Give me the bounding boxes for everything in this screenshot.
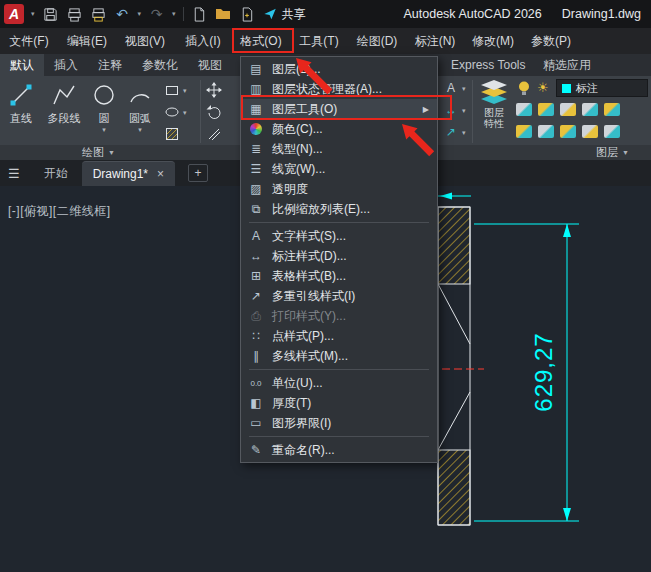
- menu-format[interactable]: 格式(O): [232, 28, 290, 54]
- table-style-icon: ⊞: [247, 269, 265, 283]
- text-caret-icon[interactable]: ▾: [462, 84, 466, 93]
- layer-color-swatch: [562, 84, 571, 93]
- layer-tool-icon[interactable]: [582, 103, 598, 116]
- layer-tool-icon[interactable]: [560, 125, 576, 138]
- menu-item-scale-list[interactable]: ⧉比例缩放列表(E)...: [241, 199, 437, 219]
- undo-button[interactable]: ↶: [114, 6, 131, 23]
- menu-item-color[interactable]: 颜色(C)...: [241, 119, 437, 139]
- layer-tool-icon[interactable]: [582, 125, 598, 138]
- circle-dropdown-caret-icon[interactable]: ▾: [88, 125, 120, 134]
- menu-item-linetype[interactable]: ≣线型(N)...: [241, 139, 437, 159]
- leader-caret-icon[interactable]: ▾: [462, 128, 466, 137]
- tab-insert[interactable]: 插入: [44, 54, 88, 76]
- menu-tools[interactable]: 工具(T): [290, 28, 348, 54]
- menu-draw[interactable]: 绘图(D): [348, 28, 406, 54]
- app-menu-caret-icon[interactable]: ▾: [31, 10, 35, 18]
- save-button[interactable]: [42, 6, 59, 23]
- tab-parametric[interactable]: 参数化: [132, 54, 188, 76]
- menu-item-table-style[interactable]: ⊞表格样式(B)...: [241, 266, 437, 286]
- menu-item-rename[interactable]: ✎重命名(R)...: [241, 440, 437, 460]
- layer-tool-icon[interactable]: [538, 103, 554, 116]
- menu-item-label: 图形界限(I): [272, 415, 331, 432]
- text-style-icon: A: [247, 229, 265, 243]
- layer-tool-icon[interactable]: [516, 125, 532, 138]
- dim-caret-icon[interactable]: ▾: [462, 106, 466, 115]
- layer-tool-icon[interactable]: [516, 103, 532, 116]
- menu-item-dim-style[interactable]: ↔标注样式(D)...: [241, 246, 437, 266]
- menu-item-text-style[interactable]: A文字样式(S)...: [241, 226, 437, 246]
- hamburger-menu-icon[interactable]: ☰: [8, 166, 20, 181]
- diagonal-stiffener-top: [438, 284, 470, 344]
- circle-button[interactable]: 圆 ▾: [88, 78, 120, 134]
- rectangle-caret-icon[interactable]: ▾: [183, 86, 187, 95]
- arc-dropdown-caret-icon[interactable]: ▾: [122, 125, 158, 134]
- layer-panel-label[interactable]: 图层 ▼: [596, 145, 629, 160]
- hatch-band-bottom: [438, 450, 470, 525]
- menu-item-thickness[interactable]: ◧厚度(T): [241, 393, 437, 413]
- menu-item-drawing-limits[interactable]: ▭图形界限(I): [241, 413, 437, 433]
- layer-tool-icon[interactable]: [560, 103, 576, 116]
- line-button[interactable]: 直线: [2, 78, 40, 125]
- annotation-text-button[interactable]: A ▾: [443, 81, 466, 95]
- redo-caret-icon[interactable]: ▾: [172, 10, 176, 18]
- menu-item-transparency[interactable]: ▨透明度: [241, 179, 437, 199]
- batch-plot-button[interactable]: [90, 6, 107, 23]
- tab-annotate[interactable]: 注释: [88, 54, 132, 76]
- menu-parametric[interactable]: 参数(P): [522, 28, 580, 54]
- polyline-button[interactable]: 多段线: [42, 78, 86, 125]
- layer-on-off-button[interactable]: [517, 80, 531, 96]
- ellipse-caret-icon[interactable]: ▾: [183, 108, 187, 117]
- new-file-button[interactable]: [191, 6, 208, 23]
- offset-tool-button[interactable]: [206, 126, 222, 142]
- rectangle-tool-button[interactable]: ▾: [164, 82, 187, 98]
- menu-item-point-style[interactable]: ∷点样式(P)...: [241, 326, 437, 346]
- menu-item-layers[interactable]: ▤图层(L)...: [241, 59, 437, 79]
- autocad-logo-icon[interactable]: A: [4, 4, 24, 24]
- layer-properties-label-2: 特性: [477, 118, 511, 129]
- new-drawing-tab-button[interactable]: +: [188, 164, 208, 182]
- menu-item-label: 图层状态管理器(A)...: [272, 81, 382, 98]
- share-button[interactable]: 共享: [263, 6, 306, 23]
- layer-tool-icon[interactable]: [604, 125, 620, 138]
- ellipse-tool-button[interactable]: ▾: [164, 104, 187, 120]
- tab-express-tools[interactable]: Express Tools: [441, 54, 535, 76]
- open-file-button[interactable]: [215, 6, 232, 23]
- tab-view[interactable]: 视图: [188, 54, 232, 76]
- menu-item-label: 线宽(W)...: [272, 161, 325, 178]
- drawing1-tab[interactable]: Drawing1* ×: [82, 161, 175, 186]
- plot-button[interactable]: [66, 6, 83, 23]
- menu-item-units[interactable]: 0.0单位(U)...: [241, 373, 437, 393]
- menu-view[interactable]: 视图(V): [116, 28, 174, 54]
- menu-edit[interactable]: 编辑(E): [58, 28, 116, 54]
- annotation-dim-button[interactable]: ↔ ▾: [443, 103, 466, 117]
- layer-tool-icon[interactable]: [604, 103, 620, 116]
- layer-selector-combo[interactable]: 标注: [556, 79, 648, 97]
- undo-caret-icon[interactable]: ▾: [138, 10, 142, 18]
- menu-item-mleader-style[interactable]: ↗多重引线样式(I): [241, 286, 437, 306]
- menu-item-label: 透明度: [272, 181, 308, 198]
- start-tab[interactable]: 开始: [30, 160, 82, 186]
- viewport-controls[interactable]: [-][俯视][二维线框]: [8, 203, 111, 220]
- arc-button[interactable]: 圆弧 ▾: [122, 78, 158, 134]
- layer-properties-button[interactable]: 图层 特性: [477, 79, 511, 129]
- layer-tool-icon[interactable]: [538, 125, 554, 138]
- draw-panel-label[interactable]: 绘图 ▼: [82, 145, 115, 160]
- menu-dimension[interactable]: 标注(N): [406, 28, 464, 54]
- menu-item-lineweight[interactable]: ☰线宽(W)...: [241, 159, 437, 179]
- layer-thaw-button[interactable]: ☀: [537, 80, 549, 95]
- hatch-tool-button[interactable]: [164, 126, 180, 142]
- menu-item-mline-style[interactable]: ∥多线样式(M)...: [241, 346, 437, 366]
- save-as-button[interactable]: [239, 6, 256, 23]
- tab-featured-apps[interactable]: 精选应用: [533, 54, 601, 76]
- tab-home[interactable]: 默认: [0, 54, 44, 76]
- annotation-leader-button[interactable]: ↗ ▾: [443, 125, 466, 139]
- redo-button[interactable]: ↷: [148, 6, 165, 23]
- menu-insert[interactable]: 插入(I): [174, 28, 232, 54]
- menu-file[interactable]: 文件(F): [0, 28, 58, 54]
- close-tab-icon[interactable]: ×: [157, 167, 164, 181]
- rotate-tool-button[interactable]: [206, 104, 222, 120]
- move-tool-button[interactable]: [206, 82, 222, 98]
- menu-item-layer-tools[interactable]: ▦图层工具(O)▶: [241, 99, 437, 119]
- menu-modify[interactable]: 修改(M): [464, 28, 522, 54]
- menu-item-layer-states-manager[interactable]: ▥图层状态管理器(A)...: [241, 79, 437, 99]
